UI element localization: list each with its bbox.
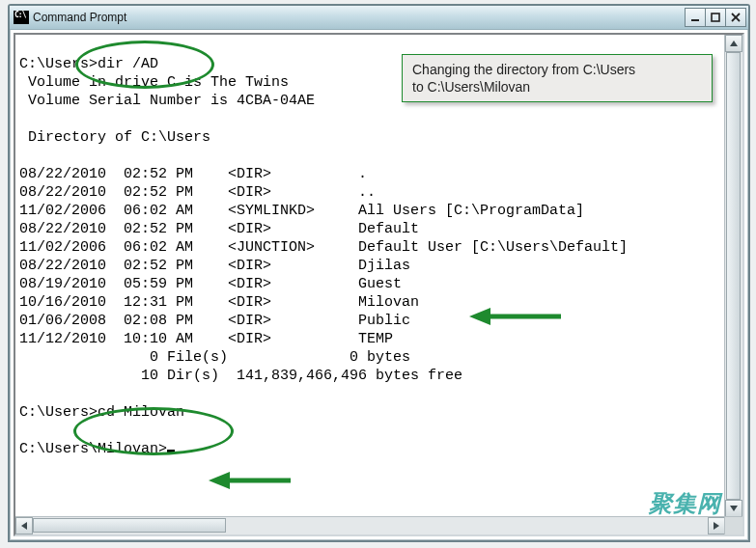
minimize-button[interactable]: [685, 8, 706, 27]
svg-rect-1: [712, 14, 719, 21]
cmd-icon: C:\: [14, 11, 29, 24]
horizontal-scrollbar[interactable]: [15, 516, 725, 534]
scroll-corner: [724, 516, 742, 534]
svg-rect-0: [691, 19, 699, 21]
terminal-output[interactable]: C:\Users>dir /AD Volume in drive C is Th…: [15, 35, 725, 517]
window-controls: [686, 8, 746, 27]
scroll-right-button[interactable]: [708, 517, 725, 534]
cursor: [167, 450, 175, 452]
terminal-text: C:\Users>dir /AD Volume in drive C is Th…: [15, 35, 725, 460]
maximize-button[interactable]: [705, 8, 726, 27]
horizontal-scroll-thumb[interactable]: [33, 518, 226, 533]
close-button[interactable]: [725, 8, 746, 27]
vertical-scrollbar[interactable]: [724, 35, 742, 517]
scroll-up-button[interactable]: [725, 35, 742, 52]
window-title: Command Prompt: [33, 11, 686, 24]
vertical-scroll-thumb[interactable]: [726, 52, 741, 500]
scroll-down-button[interactable]: [725, 500, 742, 517]
window-frame: C:\ Command Prompt C:\Users>dir /AD Volu…: [8, 4, 750, 542]
client-area: C:\Users>dir /AD Volume in drive C is Th…: [14, 33, 744, 536]
titlebar[interactable]: C:\ Command Prompt: [10, 6, 748, 30]
scroll-left-button[interactable]: [15, 517, 33, 534]
